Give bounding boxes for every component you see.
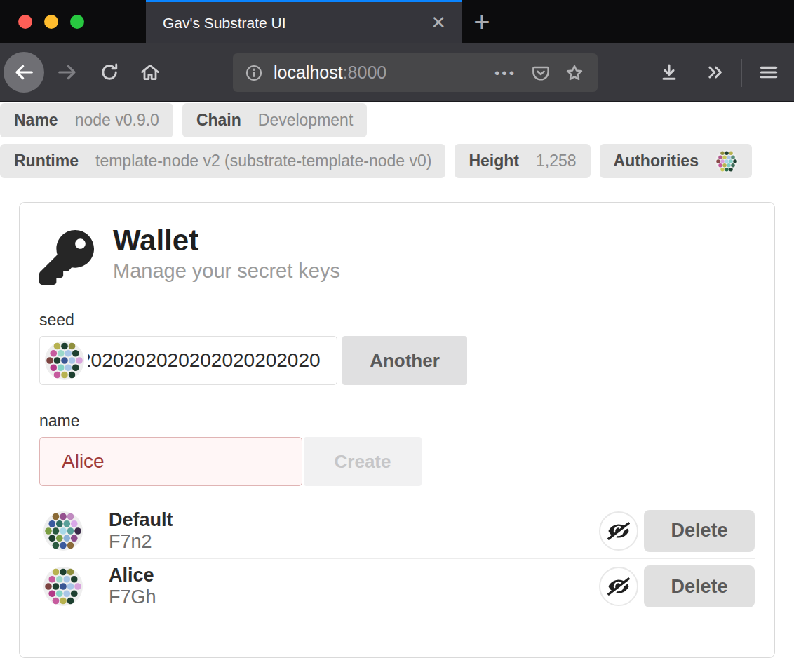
double-chevron-icon xyxy=(705,62,726,83)
minimize-window-icon[interactable] xyxy=(44,15,58,29)
create-button[interactable]: Create xyxy=(304,437,422,486)
key-icon xyxy=(39,228,94,287)
seed-input[interactable]: 2020202020202020202020 xyxy=(39,336,337,385)
key-address: F7Gh xyxy=(109,586,156,608)
bookmark-star-icon[interactable] xyxy=(564,62,585,83)
authorities-identicon xyxy=(715,150,738,173)
seed-value: 2020202020202020202020 xyxy=(88,349,321,372)
pill-value: node v0.9.0 xyxy=(75,111,159,130)
back-arrow-icon xyxy=(13,61,35,83)
seed-identicon xyxy=(45,341,84,380)
forward-button[interactable] xyxy=(51,43,84,101)
reveal-seed-button[interactable] xyxy=(599,567,638,606)
status-pill-chain: Chain Development xyxy=(182,103,367,137)
url-host: localhost xyxy=(274,62,343,83)
tab-close-icon[interactable]: ✕ xyxy=(431,13,446,32)
pill-value: Development xyxy=(258,111,354,130)
traffic-lights xyxy=(18,15,84,29)
status-row-1: Name node v0.9.0 Chain Development xyxy=(0,103,794,137)
downloads-button[interactable] xyxy=(652,43,686,101)
browser-tab[interactable]: Gav's Substrate UI ✕ xyxy=(146,0,462,43)
eye-slash-icon xyxy=(607,577,630,596)
key-name: Alice xyxy=(109,565,156,586)
delete-button[interactable]: Delete xyxy=(644,510,755,552)
status-pill-name: Name node v0.9.0 xyxy=(0,103,173,137)
home-icon xyxy=(139,61,161,83)
name-input[interactable]: Alice xyxy=(39,437,302,486)
name-label: name xyxy=(39,412,755,431)
eye-slash-icon xyxy=(607,522,630,540)
page-subtitle: Manage your secret keys xyxy=(113,260,340,283)
pill-label: Height xyxy=(469,152,519,170)
back-button[interactable] xyxy=(4,52,44,93)
key-row-alice: Alice F7Gh Delete xyxy=(39,558,755,614)
reload-button[interactable] xyxy=(93,43,126,101)
status-pill-height: Height 1,258 xyxy=(455,144,590,178)
tab-title: Gav's Substrate UI xyxy=(163,15,286,32)
page-actions-icon[interactable]: ••• xyxy=(494,65,516,81)
key-identicon xyxy=(43,511,83,551)
pill-label: Authorities xyxy=(614,152,699,170)
key-name: Default xyxy=(109,509,173,531)
key-address: F7n2 xyxy=(109,531,173,553)
menu-button[interactable] xyxy=(752,43,786,101)
pocket-icon[interactable] xyxy=(530,62,551,83)
hamburger-icon xyxy=(758,61,780,83)
pill-label: Runtime xyxy=(14,152,79,170)
seed-label: seed xyxy=(39,311,755,330)
new-tab-button[interactable]: + xyxy=(464,0,499,43)
reveal-seed-button[interactable] xyxy=(599,511,638,551)
key-identicon xyxy=(43,567,83,606)
name-value: Alice xyxy=(62,450,105,473)
pill-value: template-node v2 (substrate-template-nod… xyxy=(95,152,431,170)
status-row-2: Runtime template-node v2 (substrate-temp… xyxy=(0,144,794,178)
delete-button[interactable]: Delete xyxy=(644,565,755,607)
titlebar: Gav's Substrate UI ✕ + xyxy=(0,0,794,43)
key-list: Default F7n2 Delete Alice F7Gh xyxy=(39,503,755,614)
close-window-icon[interactable] xyxy=(18,15,32,29)
zoom-window-icon[interactable] xyxy=(70,15,84,29)
another-button[interactable]: Another xyxy=(342,336,467,385)
url-bar[interactable]: localhost:8000 ••• xyxy=(233,53,598,92)
url-port: :8000 xyxy=(343,62,387,83)
wallet-header: Wallet Manage your secret keys xyxy=(39,224,755,287)
reload-icon xyxy=(99,62,120,83)
navbar: localhost:8000 ••• xyxy=(0,43,794,102)
pill-value: 1,258 xyxy=(536,152,577,170)
download-icon xyxy=(658,61,680,83)
key-row-default: Default F7n2 Delete xyxy=(39,503,755,558)
forward-arrow-icon xyxy=(56,61,79,83)
wallet-card: Wallet Manage your secret keys seed 2020… xyxy=(19,202,775,658)
status-pill-runtime: Runtime template-node v2 (substrate-temp… xyxy=(0,144,445,178)
pill-label: Chain xyxy=(196,111,241,130)
status-pill-authorities: Authorities xyxy=(600,144,752,178)
pill-label: Name xyxy=(14,111,58,130)
page-title: Wallet xyxy=(113,224,340,257)
site-info-icon[interactable] xyxy=(244,63,264,83)
browser-window: Gav's Substrate UI ✕ + localhost:8000 ••… xyxy=(0,0,794,672)
home-button[interactable] xyxy=(133,43,167,101)
toolbar-overflow-button[interactable] xyxy=(699,43,732,101)
toolbar-separator xyxy=(741,59,742,87)
node-status-bar: Name node v0.9.0 Chain Development Runti… xyxy=(0,103,794,178)
